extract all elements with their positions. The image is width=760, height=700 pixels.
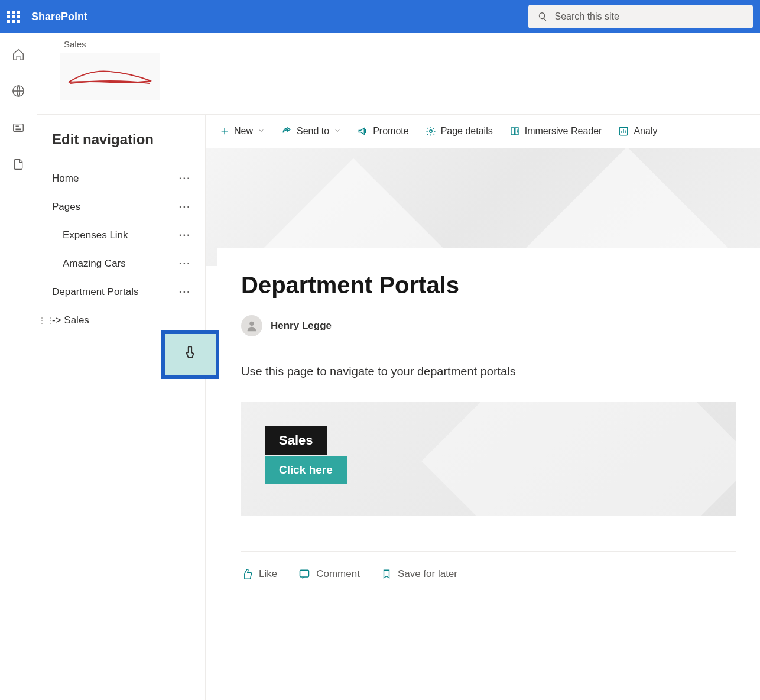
- cmd-label: Send to: [297, 126, 329, 137]
- like-button[interactable]: Like: [241, 568, 277, 580]
- cmd-label: Analy: [634, 126, 657, 137]
- promote-button[interactable]: Promote: [358, 126, 408, 137]
- nav-item-home[interactable]: Home ···: [52, 164, 205, 193]
- save-button[interactable]: Save for later: [381, 568, 457, 580]
- hero-card-title: Sales: [265, 426, 327, 455]
- brand-label[interactable]: SharePoint: [31, 11, 87, 23]
- nav-item-department-portals[interactable]: Department Portals ···: [52, 278, 205, 306]
- svg-point-4: [249, 322, 254, 326]
- page-title: Department Portals: [241, 272, 736, 299]
- comment-icon: [298, 568, 310, 580]
- nav-item-label: Department Portals: [52, 286, 138, 298]
- home-icon[interactable]: [11, 47, 25, 61]
- comment-button[interactable]: Comment: [298, 568, 360, 580]
- person-icon: [245, 319, 258, 332]
- author-row: Henry Legge: [241, 315, 736, 336]
- more-icon[interactable]: ···: [174, 286, 196, 298]
- nav-item-amazing-cars[interactable]: Amazing Cars ···: [52, 249, 205, 278]
- app-launcher-icon[interactable]: [7, 11, 20, 23]
- chevron-down-icon: [334, 126, 341, 137]
- action-label: Save for later: [398, 568, 457, 580]
- pointer-cursor-icon: [183, 344, 198, 365]
- send-to-button[interactable]: Send to: [281, 126, 341, 137]
- plus-icon: [220, 127, 229, 136]
- chart-icon: [618, 126, 629, 137]
- globe-icon[interactable]: [11, 84, 25, 98]
- edit-navigation-panel: Edit navigation Home ··· Pages ··· Expen…: [37, 115, 206, 700]
- hero-card[interactable]: Sales Click here: [241, 402, 736, 516]
- analytics-button[interactable]: Analy: [618, 126, 657, 137]
- chevron-down-icon: [258, 126, 265, 137]
- bookmark-icon: [381, 568, 392, 580]
- page-actions: Like Comment Save for later: [241, 551, 736, 580]
- cmd-label: Immersive Reader: [525, 126, 602, 137]
- intro-text: Use this page to navigate to your depart…: [241, 365, 736, 378]
- svg-rect-1: [13, 124, 23, 132]
- more-icon[interactable]: ···: [174, 201, 196, 213]
- hero-card-button[interactable]: Click here: [265, 456, 347, 484]
- page-details-button[interactable]: Page details: [426, 126, 493, 137]
- search-input[interactable]: [555, 11, 743, 22]
- drag-handle-icon[interactable]: ⋮⋮: [38, 316, 54, 325]
- megaphone-icon: [358, 126, 368, 137]
- tutorial-highlight: [161, 330, 219, 379]
- site-logo[interactable]: [60, 53, 160, 100]
- action-label: Comment: [316, 568, 360, 580]
- author-name[interactable]: Henry Legge: [271, 320, 332, 332]
- action-label: Like: [259, 568, 277, 580]
- more-icon[interactable]: ···: [174, 173, 196, 184]
- file-icon[interactable]: [11, 157, 25, 171]
- site-header: Sales: [37, 33, 760, 115]
- nav-item-expenses[interactable]: Expenses Link ···: [52, 221, 205, 249]
- avatar[interactable]: [241, 315, 262, 336]
- share-icon: [281, 126, 292, 137]
- edit-nav-title: Edit navigation: [52, 131, 205, 148]
- nav-item-label: Expenses Link: [63, 229, 128, 241]
- cmd-label: New: [234, 126, 253, 137]
- more-icon[interactable]: ···: [174, 258, 196, 270]
- new-button[interactable]: New: [220, 126, 265, 137]
- cmd-label: Promote: [373, 126, 408, 137]
- nav-item-pages[interactable]: Pages ···: [52, 193, 205, 221]
- thumbs-up-icon: [241, 568, 253, 580]
- cmd-label: Page details: [441, 126, 493, 137]
- immersive-reader-button[interactable]: Immersive Reader: [509, 126, 602, 137]
- parent-site-link[interactable]: Sales: [64, 39, 760, 49]
- nav-item-label: Amazing Cars: [63, 258, 126, 270]
- page-content: Department Portals Henry Legge Use this …: [217, 248, 760, 604]
- news-icon[interactable]: [11, 121, 25, 135]
- search-icon: [538, 11, 548, 22]
- svg-point-2: [429, 130, 432, 133]
- command-bar: New Send to Promote Page details: [206, 115, 760, 148]
- more-icon[interactable]: ···: [174, 229, 196, 241]
- search-box[interactable]: [528, 5, 753, 28]
- top-bar: SharePoint: [0, 0, 760, 33]
- reader-icon: [509, 126, 520, 137]
- nav-item-label: Pages: [52, 201, 80, 213]
- gear-icon: [426, 126, 436, 137]
- nav-item-label: -> Sales: [52, 315, 89, 326]
- svg-rect-5: [300, 570, 309, 577]
- nav-item-label: Home: [52, 173, 79, 184]
- app-rail: [0, 33, 37, 700]
